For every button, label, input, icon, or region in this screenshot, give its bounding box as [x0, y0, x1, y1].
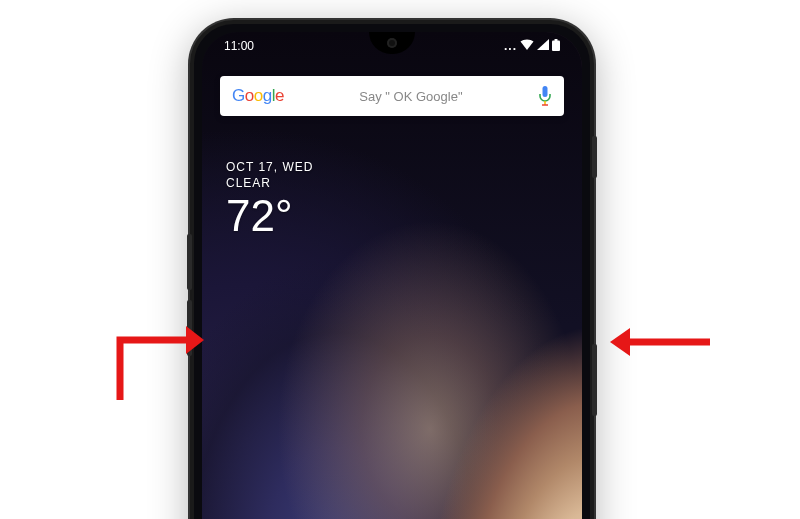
svg-rect-1	[555, 39, 558, 41]
weather-condition: CLEAR	[226, 176, 313, 190]
weather-date: OCT 17, WED	[226, 160, 313, 174]
svg-rect-0	[552, 40, 560, 51]
search-placeholder: Say " OK Google"	[284, 89, 538, 104]
battery-icon	[552, 39, 560, 54]
svg-rect-2	[543, 86, 548, 97]
status-icons: ...	[504, 39, 560, 54]
weather-widget[interactable]: OCT 17, WED CLEAR 72°	[226, 160, 313, 238]
alert-slider	[592, 136, 597, 178]
status-time: 11:00	[224, 39, 254, 53]
mic-icon[interactable]	[538, 86, 552, 106]
weather-temperature: 72°	[226, 194, 313, 238]
google-logo: Google	[232, 86, 284, 106]
phone-screen: 11:00 ... Google Say " OK Google"	[202, 32, 582, 519]
cell-signal-icon	[537, 39, 549, 53]
wifi-icon	[520, 39, 534, 53]
volume-up-button	[187, 234, 192, 290]
right-instruction-arrow	[610, 322, 710, 362]
left-instruction-arrow	[114, 296, 204, 406]
google-search-bar[interactable]: Google Say " OK Google"	[220, 76, 564, 116]
power-button	[592, 344, 597, 416]
more-icon: ...	[504, 39, 517, 53]
phone-frame: 11:00 ... Google Say " OK Google"	[190, 20, 594, 519]
